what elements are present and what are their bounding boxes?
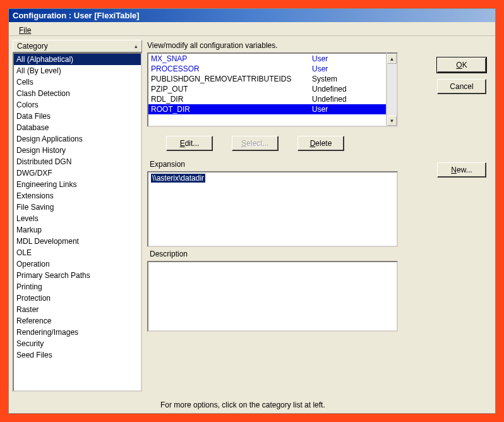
scroll-down-icon[interactable]: ▼: [387, 116, 397, 126]
content: Category ▴ All (Alphabetical)All (By Lev…: [9, 36, 495, 395]
category-item[interactable]: Engineering Links: [14, 179, 141, 190]
variable-name: PROCESSOR: [151, 64, 312, 73]
edit-txt: dit...: [185, 139, 200, 148]
category-item[interactable]: Data Files: [14, 111, 141, 122]
variable-scrollbar[interactable]: ▲ ▼: [387, 52, 398, 127]
delete-txt: elete: [315, 139, 332, 148]
cancel-button[interactable]: Cancel: [437, 79, 486, 94]
variable-row[interactable]: PROCESSORUser: [148, 64, 386, 74]
menu-file-label: File: [19, 26, 31, 35]
category-item[interactable]: Security: [14, 338, 141, 349]
category-item[interactable]: Operation: [14, 258, 141, 270]
category-item[interactable]: Reference: [14, 315, 141, 327]
variable-scope: Undefined: [312, 85, 383, 93]
variable-scope: System: [312, 75, 383, 83]
category-item[interactable]: Rendering/Images: [14, 327, 141, 338]
select-button: Select...: [232, 136, 279, 151]
variable-name: PZIP_OUT: [151, 85, 312, 93]
scroll-up-icon[interactable]: ▲: [387, 54, 397, 64]
variable-buttons: Edit... Select... Delete: [166, 136, 398, 151]
ok-button[interactable]: OK: [437, 57, 486, 73]
category-item[interactable]: Database: [14, 122, 141, 133]
category-item[interactable]: Levels: [14, 213, 141, 224]
variable-list[interactable]: MX_SNAPUserPROCESSORUserPUBLISHDGN_REMOV…: [147, 52, 387, 127]
variable-name: ROOT_DIR: [151, 105, 312, 114]
viewmodify-label: View/modify all configuration variables.: [147, 41, 398, 50]
category-item[interactable]: OLE: [14, 247, 141, 258]
category-item[interactable]: Primary Search Paths: [14, 270, 141, 281]
footer-hint: For more options, click on the category …: [9, 395, 495, 413]
category-item[interactable]: MDL Development: [14, 236, 141, 247]
delete-button[interactable]: Delete: [297, 136, 344, 151]
variable-scope: User: [312, 105, 383, 114]
category-header[interactable]: Category ▴: [13, 40, 142, 52]
left-panel: Category ▴ All (Alphabetical)All (By Lev…: [13, 40, 142, 392]
category-item[interactable]: Protection: [14, 292, 141, 304]
category-item[interactable]: Raster: [14, 304, 141, 315]
menubar: File: [9, 22, 495, 36]
category-item[interactable]: Clash Detection: [14, 88, 141, 99]
new-txt: ew...: [457, 166, 472, 174]
menu-file[interactable]: File: [15, 25, 35, 36]
variable-scope: User: [312, 64, 383, 73]
category-item[interactable]: Design History: [14, 145, 141, 156]
expansion-value: \\asterix\datadir: [151, 174, 205, 183]
category-item[interactable]: Extensions: [14, 190, 141, 202]
variable-row[interactable]: MX_SNAPUser: [148, 54, 386, 64]
expansion-label: Expansion: [150, 160, 398, 169]
variable-name: RDL_DIR: [151, 95, 312, 104]
right-panel: View/modify all configuration variables.…: [147, 40, 491, 392]
category-listbox[interactable]: All (Alphabetical)All (By Level)CellsCla…: [13, 52, 142, 392]
category-item[interactable]: Distributed DGN: [14, 156, 141, 167]
side-buttons: OK Cancel New...: [437, 57, 486, 178]
variable-name: MX_SNAP: [151, 54, 312, 63]
variable-scope: Undefined: [312, 95, 383, 104]
expansion-group: Expansion \\asterix\datadir: [147, 160, 398, 247]
edit-button[interactable]: Edit...: [166, 136, 213, 151]
category-item[interactable]: Printing: [14, 281, 141, 292]
category-item[interactable]: Colors: [14, 99, 141, 111]
variable-row[interactable]: PZIP_OUTUndefined: [148, 84, 386, 94]
category-item[interactable]: All (By Level): [14, 65, 141, 76]
ok-txt: K: [462, 61, 467, 69]
category-item[interactable]: File Saving: [14, 202, 141, 213]
category-item[interactable]: Seed Files: [14, 349, 141, 361]
variable-row[interactable]: RDL_DIRUndefined: [148, 94, 386, 104]
category-item[interactable]: Cells: [14, 76, 141, 88]
titlebar: Configuration : User [FlexiTable]: [9, 9, 495, 22]
category-item[interactable]: Design Applications: [14, 133, 141, 145]
description-label: Description: [150, 250, 398, 258]
variable-row[interactable]: ROOT_DIRUser: [148, 104, 386, 114]
description-group: Description: [147, 250, 398, 332]
config-window: Configuration : User [FlexiTable] File C…: [8, 8, 496, 414]
category-item[interactable]: Markup: [14, 224, 141, 236]
description-textbox[interactable]: [147, 261, 398, 332]
variable-name: PUBLISHDGN_REMOVEATTRIBUTEIDS: [151, 75, 312, 83]
select-txt: elect...: [246, 139, 268, 148]
category-header-label: Category: [17, 42, 48, 51]
variable-scope: User: [312, 54, 383, 63]
expansion-textbox[interactable]: \\asterix\datadir: [147, 171, 398, 247]
category-item[interactable]: DWG/DXF: [14, 167, 141, 179]
category-item[interactable]: All (Alphabetical): [14, 54, 141, 65]
chevron-up-icon: ▴: [135, 43, 138, 49]
new-button[interactable]: New...: [437, 162, 486, 178]
variable-row[interactable]: PUBLISHDGN_REMOVEATTRIBUTEIDSSystem: [148, 74, 386, 84]
variable-list-wrap: MX_SNAPUserPROCESSORUserPUBLISHDGN_REMOV…: [147, 52, 398, 127]
